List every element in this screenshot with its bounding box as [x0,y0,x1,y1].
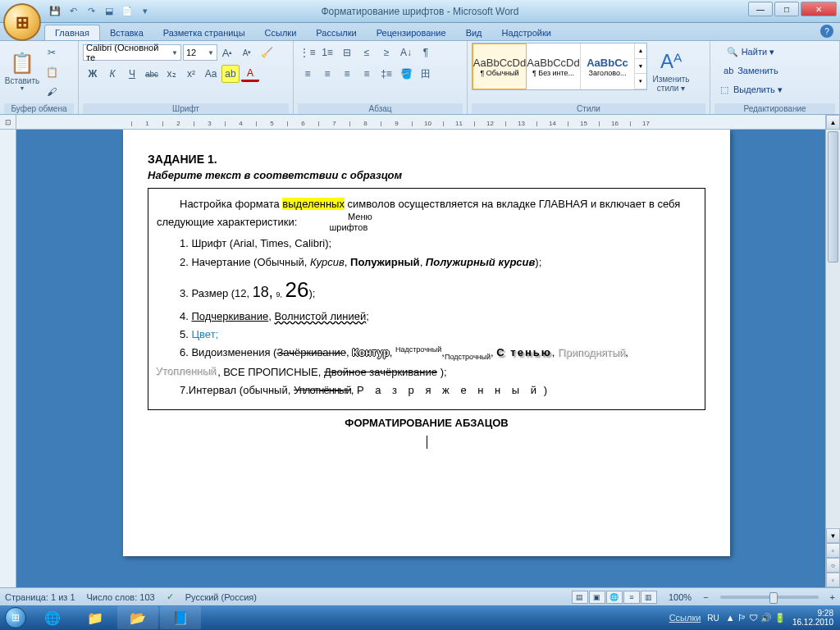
view-fullscreen[interactable]: ▣ [589,591,605,604]
change-styles-button[interactable]: Aᴬ Изменить стили ▾ [648,43,694,99]
tab-view[interactable]: Вид [456,25,492,40]
qat-undo[interactable]: ↶ [66,4,80,19]
change-case-button[interactable]: Aa [202,65,220,83]
group-editing-label: Редактирование [714,103,835,114]
task-explorer[interactable]: 📁 [75,606,116,629]
prev-page-button[interactable]: ◦ [826,543,840,558]
tray-clock[interactable]: 9:28 16.12.2010 [792,609,833,627]
scroll-up-button[interactable]: ▲ [826,115,840,130]
sort-button[interactable]: A↓ [397,43,415,62]
task-word[interactable]: 📘 [160,606,201,629]
scroll-thumb[interactable] [828,131,838,262]
task-folder[interactable]: 📂 [117,606,158,629]
start-button[interactable]: ⊞ [0,605,31,630]
show-marks-button[interactable]: ¶ [417,43,435,62]
tab-pagelayout[interactable]: Разметка страницы [153,25,255,40]
close-button[interactable]: ✕ [801,2,837,16]
font-size-combo[interactable]: 12▼ [183,44,217,61]
shading-button[interactable]: 🪣 [397,65,415,83]
underline-button[interactable]: Ч [123,65,141,83]
qat-extra1[interactable]: ⬓ [102,4,116,19]
font-family-combo[interactable]: Calibri (Основной те▼ [83,44,181,61]
qat-redo[interactable]: ↷ [84,4,98,19]
tray-icons[interactable]: ▲ 🏳 🛡 🔊 🔋 [726,613,786,623]
align-left-button[interactable]: ≡ [299,65,317,83]
maximize-button[interactable]: □ [774,2,799,16]
zoom-slider[interactable] [720,596,819,599]
superscript-button[interactable]: x² [182,65,200,83]
tab-references[interactable]: Ссылки [255,25,307,40]
align-center-button[interactable]: ≡ [318,65,336,83]
style-nospacing[interactable]: AaBbCcDd ¶ Без инте... [527,43,581,89]
qat-save[interactable]: 💾 [48,4,62,19]
help-button[interactable]: ? [820,25,833,38]
vertical-scrollbar[interactable]: ▲ ▼ ◦ ○ ◦ [825,115,840,587]
justify-button[interactable]: ≡ [358,65,376,83]
system-tray: Ссылки RU ▲ 🏳 🛡 🔊 🔋 9:28 16.12.2010 [669,609,840,627]
browse-object-button[interactable]: ○ [826,558,840,573]
style-heading1[interactable]: AaBbCc Заголово... [581,43,635,89]
tray-lang[interactable]: RU [707,614,719,623]
status-words[interactable]: Число слов: 103 [87,592,155,602]
zoom-out-button[interactable]: − [703,592,708,602]
view-outline[interactable]: ≡ [623,591,640,604]
group-styles: AaBbCcDd ¶ Обычный AaBbCcDd ¶ Без инте..… [468,41,710,114]
clear-format-button[interactable]: 🧹 [258,43,276,62]
task-ie[interactable]: 🌐 [32,606,73,629]
shrink-font-button[interactable]: A▾ [238,43,256,62]
find-button[interactable]: 🔍Найти ▾ [715,43,786,60]
numbering-button[interactable]: 1≡ [318,43,336,62]
view-print-layout[interactable]: ▤ [572,591,588,604]
decrease-indent-button[interactable]: ≤ [358,43,376,62]
line-spacing-button[interactable]: ‡≡ [377,65,395,83]
status-page[interactable]: Страница: 1 из 1 [5,592,75,602]
zoom-in-button[interactable]: + [830,592,835,602]
next-page-button[interactable]: ◦ [826,573,840,587]
status-language[interactable]: Русский (Россия) [185,592,257,602]
multilevel-button[interactable]: ⊟ [338,43,356,62]
tab-addins[interactable]: Надстройки [492,25,561,40]
borders-button[interactable]: 田 [417,65,435,83]
tab-insert[interactable]: Вставка [100,25,153,40]
align-right-button[interactable]: ≡ [338,65,356,83]
status-bar: Страница: 1 из 1 Число слов: 103 ✓ Русск… [0,587,840,605]
select-button[interactable]: ⬚Выделить ▾ [715,81,786,98]
page[interactable]: ЗАДАНИЕ 1. Наберите текст в соответствии… [123,130,730,556]
tray-links[interactable]: Ссылки [669,613,701,623]
group-paragraph: ⋮≡ 1≡ ⊟ ≤ ≥ A↓ ¶ ≡ ≡ ≡ ≡ ‡≡ 🪣 田 Абзац [294,41,468,114]
subscript-button[interactable]: x₂ [162,65,180,83]
vertical-ruler[interactable] [0,130,16,587]
qat-customize[interactable]: ▾ [138,4,153,19]
status-proof-icon[interactable]: ✓ [167,591,174,602]
view-web[interactable]: 🌐 [606,591,623,604]
view-draft[interactable]: ▥ [641,591,657,604]
tab-home[interactable]: Главная [44,25,100,40]
italic-button[interactable]: К [103,65,121,83]
tab-review[interactable]: Рецензирование [367,25,456,40]
style-normal[interactable]: AaBbCcDd ¶ Обычный [472,43,527,89]
zoom-label[interactable]: 100% [669,592,692,602]
grow-font-button[interactable]: A▴ [218,43,236,62]
highlight-button[interactable]: ab [221,65,240,83]
copy-button[interactable]: 📋 [43,63,61,81]
bullets-button[interactable]: ⋮≡ [299,43,317,62]
group-clipboard: 📋 Вставить ▼ ✂ 📋 🖌 Буфер обмена [0,41,79,114]
format-painter-button[interactable]: 🖌 [43,83,61,101]
scroll-down-button[interactable]: ▼ [826,528,840,543]
replace-button[interactable]: abЗаменить [715,62,786,79]
increase-indent-button[interactable]: ≥ [377,43,395,62]
font-color-button[interactable]: A [241,66,259,82]
paste-button[interactable]: 📋 Вставить ▼ [5,43,39,99]
strike-button[interactable]: abc [143,65,161,83]
horizontal-ruler[interactable]: 1234567891011121314151617 [16,115,825,130]
cut-button[interactable]: ✂ [43,43,61,62]
styles-gallery[interactable]: AaBbCcDd ¶ Обычный AaBbCcDd ¶ Без инте..… [472,43,647,90]
ruler-toggle[interactable]: ⊡ [0,115,16,130]
office-button[interactable] [3,3,41,41]
qat-extra2[interactable]: 📄 [120,4,135,19]
document-area[interactable]: ЗАДАНИЕ 1. Наберите текст в соответствии… [16,130,825,587]
bold-button[interactable]: Ж [84,65,102,83]
tab-mailings[interactable]: Рассылки [306,25,366,40]
styles-scroll[interactable]: ▲▼▾ [635,43,646,89]
minimize-button[interactable]: — [748,2,773,16]
